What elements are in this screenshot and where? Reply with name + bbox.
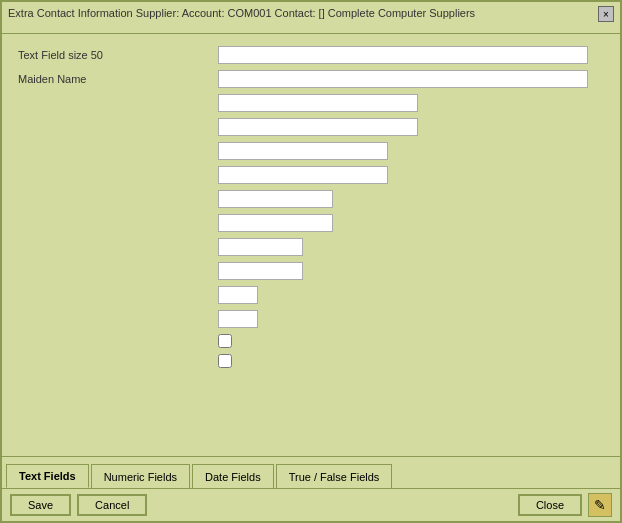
footer-bar: Save Cancel Close ✎ bbox=[2, 488, 620, 521]
field-row-10 bbox=[218, 262, 604, 280]
field-row-9 bbox=[218, 238, 604, 256]
edit-icon-button[interactable]: ✎ bbox=[588, 493, 612, 517]
field-row-7 bbox=[218, 190, 604, 208]
field-row-12 bbox=[218, 310, 604, 328]
field-8-input[interactable] bbox=[218, 214, 333, 232]
save-button[interactable]: Save bbox=[10, 494, 71, 516]
field-row-3 bbox=[218, 94, 604, 112]
field-7-input[interactable] bbox=[218, 190, 333, 208]
maiden-name-row: Maiden Name bbox=[18, 70, 604, 88]
tab-text-fields[interactable]: Text Fields bbox=[6, 464, 89, 488]
checkbox-row-2 bbox=[218, 354, 604, 368]
text-field-input[interactable] bbox=[218, 46, 588, 64]
edit-icon: ✎ bbox=[594, 497, 606, 513]
field-3-input[interactable] bbox=[218, 94, 418, 112]
text-field-row: Text Field size 50 bbox=[18, 46, 604, 64]
field-11-input[interactable] bbox=[218, 286, 258, 304]
footer-right: Close ✎ bbox=[518, 493, 612, 517]
maiden-name-input[interactable] bbox=[218, 70, 588, 88]
field-9-input[interactable] bbox=[218, 238, 303, 256]
field-10-input[interactable] bbox=[218, 262, 303, 280]
text-field-label: Text Field size 50 bbox=[18, 49, 218, 61]
close-button[interactable]: Close bbox=[518, 494, 582, 516]
field-row-11 bbox=[218, 286, 604, 304]
field-4-input[interactable] bbox=[218, 118, 418, 136]
title-bar: Extra Contact Information Supplier: Acco… bbox=[2, 2, 620, 34]
maiden-name-label: Maiden Name bbox=[18, 73, 218, 85]
tab-true-false-fields[interactable]: True / False Fields bbox=[276, 464, 393, 488]
field-5-input[interactable] bbox=[218, 142, 388, 160]
title-close-button[interactable]: × bbox=[598, 6, 614, 22]
field-6-input[interactable] bbox=[218, 166, 388, 184]
field-row-5 bbox=[218, 142, 604, 160]
window-title: Extra Contact Information Supplier: Acco… bbox=[8, 6, 594, 21]
checkbox-2[interactable] bbox=[218, 354, 232, 368]
field-row-8 bbox=[218, 214, 604, 232]
main-window: Extra Contact Information Supplier: Acco… bbox=[0, 0, 622, 523]
field-row-6 bbox=[218, 166, 604, 184]
field-row-4 bbox=[218, 118, 604, 136]
checkbox-row-1 bbox=[218, 334, 604, 348]
footer-left: Save Cancel bbox=[10, 494, 147, 516]
tab-date-fields[interactable]: Date Fields bbox=[192, 464, 274, 488]
checkbox-1[interactable] bbox=[218, 334, 232, 348]
cancel-button[interactable]: Cancel bbox=[77, 494, 147, 516]
tabs-bar: Text Fields Numeric Fields Date Fields T… bbox=[2, 456, 620, 488]
content-area: Text Field size 50 Maiden Name bbox=[2, 34, 620, 456]
field-12-input[interactable] bbox=[218, 310, 258, 328]
tab-numeric-fields[interactable]: Numeric Fields bbox=[91, 464, 190, 488]
